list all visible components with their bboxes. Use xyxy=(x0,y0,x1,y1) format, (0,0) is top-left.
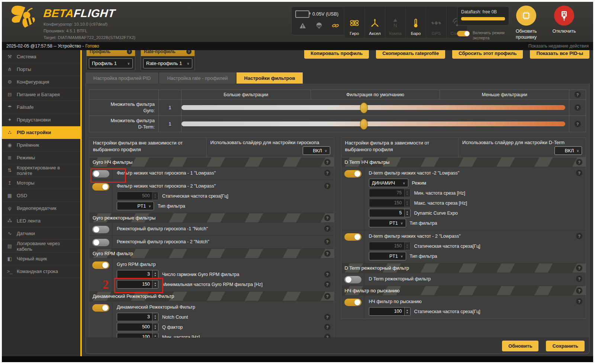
sidebar-item-onboard-logging[interactable]: ▤Логирование через кабель xyxy=(2,240,80,253)
expert-mode-toggle[interactable] xyxy=(457,31,470,36)
help-icon[interactable] xyxy=(575,91,581,98)
gyro-slider-enable-select[interactable]: ВКЛ xyxy=(303,146,330,155)
help-icon[interactable] xyxy=(324,324,331,330)
help-icon[interactable] xyxy=(576,233,582,239)
gyro-lowpass1-toggle[interactable] xyxy=(92,170,109,178)
gyro-lowpass2-toggle[interactable] xyxy=(92,183,109,191)
sidebar-item-configuration[interactable]: ⚙Конфигурация xyxy=(2,76,80,88)
stepper-arrows[interactable] xyxy=(152,313,158,321)
dynamic-notch-toggle[interactable] xyxy=(92,304,109,312)
disconnect-button[interactable]: Отключить xyxy=(546,6,583,34)
help-icon[interactable] xyxy=(127,50,132,54)
stepper-arrows[interactable] xyxy=(404,189,410,197)
slider-knob[interactable] xyxy=(360,103,368,113)
help-icon[interactable] xyxy=(576,276,582,282)
sidebar-item-cli[interactable]: >_Командная строка xyxy=(2,265,80,278)
notch-count-input[interactable]: 3 xyxy=(117,313,158,321)
update-firmware-button[interactable]: Обновить прошивку xyxy=(508,6,545,40)
tab-pid-profile-settings[interactable]: Настройка профилей PID xyxy=(86,72,158,84)
sidebar-item-osd[interactable]: ▦OSD xyxy=(2,189,80,202)
dterm-notch-toggle[interactable] xyxy=(344,276,361,283)
dterm-lowpass-mode-select[interactable]: ДИНАМИЧ xyxy=(369,179,408,187)
help-icon[interactable] xyxy=(324,225,331,232)
dterm-lowpass2-cutoff-input[interactable]: 150 xyxy=(369,242,411,250)
help-icon[interactable] xyxy=(324,250,331,257)
copy-profile-button[interactable]: Копировать профиль xyxy=(304,50,369,59)
sidebar-item-motors[interactable]: ↥Моторы xyxy=(2,177,80,189)
help-icon[interactable] xyxy=(186,50,192,54)
dterm-lowpass2-toggle[interactable] xyxy=(344,233,361,241)
yaw-cutoff-input[interactable]: 100 xyxy=(369,307,411,316)
gyro-notch1-toggle[interactable] xyxy=(92,226,109,233)
help-icon[interactable] xyxy=(324,334,331,338)
stepper-arrows[interactable] xyxy=(404,308,410,315)
sidebar-item-receiver[interactable]: ◉Приёмник xyxy=(2,139,80,152)
rpm-harmonics-input[interactable]: 3 xyxy=(117,270,158,279)
dterm-lowpass-type-select[interactable]: PT1 xyxy=(369,219,406,227)
reset-profile-button[interactable]: Сбросить этот профиль xyxy=(452,50,523,59)
stepper-arrows[interactable] xyxy=(152,270,158,278)
gyro-lowpass2-cutoff-input[interactable]: 500 xyxy=(117,192,158,200)
dynamic-curve-expo-input[interactable]: 5 xyxy=(369,209,411,217)
gyro-lowpass2-type-select[interactable]: PT1 xyxy=(117,202,154,210)
help-icon[interactable] xyxy=(324,293,331,299)
copy-rateprofile-button[interactable]: Скопировать rateprofile xyxy=(376,50,445,59)
dterm-lowpass2-type-select[interactable]: PT1 xyxy=(369,252,406,260)
help-icon[interactable] xyxy=(576,170,582,176)
stepper-arrows[interactable] xyxy=(404,209,410,217)
sidebar-item-sensors[interactable]: ∿Датчики xyxy=(2,227,80,240)
tab-rateprofile-settings[interactable]: Настройка rate - профилей xyxy=(159,72,235,84)
profile-select[interactable]: Профиль 1 xyxy=(89,58,133,68)
slider-track[interactable] xyxy=(181,105,565,110)
gyro-notch2-toggle[interactable] xyxy=(92,239,109,246)
gyro-multiplier-slider[interactable] xyxy=(181,100,569,116)
sidebar-item-failsafe[interactable]: ☂Failsafe xyxy=(2,101,80,114)
help-icon[interactable] xyxy=(576,159,582,165)
sidebar-item-presets[interactable]: ✦Предустановки xyxy=(2,114,80,126)
help-icon[interactable] xyxy=(576,298,582,305)
dterm-lowpass-toggle[interactable] xyxy=(344,170,361,178)
sidebar-item-blackbox[interactable]: ◧Чёрный ящик xyxy=(2,253,80,265)
q-factor-input[interactable]: 500 xyxy=(117,323,158,331)
help-icon[interactable] xyxy=(324,170,331,176)
rpm-min-frequency-input[interactable]: 150 xyxy=(117,280,158,289)
sidebar-item-ports[interactable]: ⋔Порты xyxy=(2,63,80,76)
show-recent-actions-link[interactable]: Показать недавние действия xyxy=(528,43,589,49)
tab-filter-settings[interactable]: Настройки фильтров xyxy=(237,72,303,84)
dterm-slider-enable-select[interactable]: ВКЛ xyxy=(554,146,582,155)
stepper-arrows[interactable] xyxy=(152,192,158,200)
sidebar-item-led-strip[interactable]: ⁂LED лента xyxy=(2,215,80,227)
dterm-multiplier-slider[interactable] xyxy=(181,116,569,132)
sidebar-item-pid-tuning[interactable]: ∴PID настройки xyxy=(2,126,80,139)
rate-profile-select[interactable]: Rate-профиль 1 xyxy=(143,58,192,68)
stepper-arrows[interactable] xyxy=(152,280,158,288)
dterm-min-cutoff-input[interactable]: 75 xyxy=(369,189,411,197)
dyn-min-frequency-input[interactable]: 100 xyxy=(117,333,158,338)
slider-knob[interactable] xyxy=(360,119,368,130)
stepper-arrows[interactable] xyxy=(404,199,410,207)
help-icon[interactable] xyxy=(575,104,581,111)
help-icon[interactable] xyxy=(324,281,331,287)
help-icon[interactable] xyxy=(324,215,331,221)
help-icon[interactable] xyxy=(575,121,581,127)
help-icon[interactable] xyxy=(324,159,331,165)
show-all-pids-button[interactable]: Показать все PID-ы xyxy=(530,50,589,59)
help-icon[interactable] xyxy=(324,183,331,189)
sidebar-item-modes[interactable]: ≣Режимы xyxy=(2,152,80,164)
sidebar-item-system[interactable]: ⚒Система xyxy=(2,51,80,63)
save-button[interactable]: Сохранить xyxy=(546,341,585,351)
help-icon[interactable] xyxy=(324,238,331,245)
dterm-max-cutoff-input[interactable]: 150 xyxy=(369,199,411,207)
help-icon[interactable] xyxy=(324,314,331,320)
stepper-arrows[interactable] xyxy=(152,323,158,331)
stepper-arrows[interactable] xyxy=(404,242,410,250)
slider-track[interactable] xyxy=(181,121,565,126)
help-icon[interactable] xyxy=(324,271,331,277)
sidebar-item-video-transmitter[interactable]: ψВидеопередатчик xyxy=(2,202,80,215)
yaw-lowpass-toggle[interactable] xyxy=(344,299,361,306)
stepper-arrows[interactable] xyxy=(152,333,158,338)
sidebar-item-adjustments[interactable]: ⇅Корректирование в полёте xyxy=(2,164,80,177)
sidebar-item-power-battery[interactable]: ⊟Питание и Батарея xyxy=(2,88,80,101)
gyro-rpm-filter-toggle[interactable] xyxy=(92,261,109,269)
help-icon[interactable] xyxy=(576,287,582,294)
